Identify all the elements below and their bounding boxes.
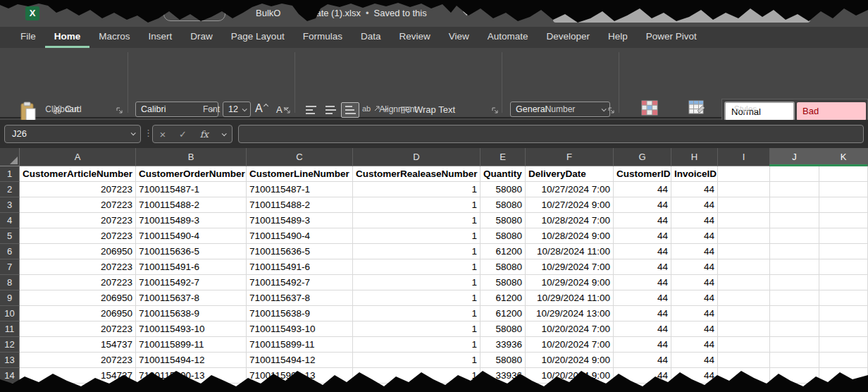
- cell-B4[interactable]: 7100115489-3: [136, 213, 247, 228]
- cell-C1[interactable]: CustomerLineNumber: [247, 166, 353, 182]
- cell-A11[interactable]: 207223: [20, 321, 136, 337]
- cell-K12[interactable]: [819, 337, 868, 353]
- name-box[interactable]: J26: [4, 125, 141, 143]
- column-header-F[interactable]: F: [526, 148, 614, 166]
- row-header-13[interactable]: 13: [0, 353, 20, 368]
- cell-H13[interactable]: 44: [671, 353, 718, 368]
- cell-B11[interactable]: 7100115493-10: [136, 321, 247, 337]
- cell-A6[interactable]: 206950: [20, 244, 136, 259]
- cell-E8[interactable]: 58080: [480, 275, 526, 290]
- cell-G6[interactable]: 44: [614, 244, 671, 259]
- cell-H9[interactable]: 44: [671, 290, 718, 306]
- tab-automate[interactable]: Automate: [478, 27, 538, 48]
- row-header-4[interactable]: 4: [0, 213, 20, 228]
- cell-C9[interactable]: 7100115637-8: [247, 290, 353, 306]
- cell-I13[interactable]: [718, 353, 770, 368]
- cell-C4[interactable]: 7100115489-3: [247, 213, 353, 228]
- cell-K14[interactable]: [819, 368, 868, 384]
- select-all-corner[interactable]: [0, 148, 20, 166]
- cell-G4[interactable]: 44: [614, 213, 671, 228]
- tab-help[interactable]: Help: [599, 27, 637, 48]
- cell-J1[interactable]: [770, 166, 819, 182]
- cell-I7[interactable]: [718, 259, 770, 275]
- cell-F4[interactable]: 10/28/2024 7:00: [526, 213, 614, 228]
- cell-F8[interactable]: 10/29/2024 9:00: [526, 275, 614, 290]
- row-header-2[interactable]: 2: [0, 182, 20, 197]
- cell-F10[interactable]: 10/29/2024 13:00: [526, 306, 614, 321]
- cell-B6[interactable]: 7100115636-5: [136, 244, 247, 259]
- cell-H6[interactable]: 44: [671, 244, 718, 259]
- title-chevron-icon[interactable]: [463, 8, 470, 16]
- cell-A12[interactable]: 154737: [20, 337, 136, 353]
- cell-J2[interactable]: [770, 182, 819, 197]
- enter-button[interactable]: ✓: [179, 129, 187, 140]
- tab-page-layout[interactable]: Page Layout: [222, 27, 294, 48]
- cell-E3[interactable]: 58080: [480, 197, 526, 213]
- tab-data[interactable]: Data: [352, 27, 390, 48]
- cell-J10[interactable]: [770, 306, 819, 321]
- cell-D1[interactable]: CustomerRealeaseNumber: [353, 166, 480, 182]
- cell-K2[interactable]: [819, 182, 868, 197]
- cell-D12[interactable]: 1: [353, 337, 480, 353]
- cell-K5[interactable]: [819, 228, 868, 244]
- cell-E6[interactable]: 61200: [480, 244, 526, 259]
- tab-view[interactable]: View: [440, 27, 478, 48]
- cell-D3[interactable]: 1: [353, 197, 480, 213]
- cell-K4[interactable]: [819, 213, 868, 228]
- cell-E7[interactable]: 58080: [480, 259, 526, 275]
- cancel-button[interactable]: ×: [159, 128, 166, 140]
- cell-F5[interactable]: 10/28/2024 9:00: [526, 228, 614, 244]
- column-header-D[interactable]: D: [353, 148, 480, 166]
- cell-E2[interactable]: 58080: [480, 182, 526, 197]
- cell-F13[interactable]: 10/20/2024 9:00: [526, 353, 614, 368]
- cell-A2[interactable]: 207223: [20, 182, 136, 197]
- cell-G8[interactable]: 44: [614, 275, 671, 290]
- cell-I9[interactable]: [718, 290, 770, 306]
- cell-G13[interactable]: 44: [614, 353, 671, 368]
- cell-E9[interactable]: 61200: [480, 290, 526, 306]
- cell-C10[interactable]: 7100115638-9: [247, 306, 353, 321]
- cell-K6[interactable]: [819, 244, 868, 259]
- tab-insert[interactable]: Insert: [140, 27, 182, 48]
- row-header-6[interactable]: 6: [0, 244, 20, 259]
- cell-D6[interactable]: 1: [353, 244, 480, 259]
- alignment-dialog-launcher[interactable]: [491, 106, 498, 114]
- cell-G5[interactable]: 44: [614, 228, 671, 244]
- cell-C12[interactable]: 7100115899-11: [247, 337, 353, 353]
- column-header-K[interactable]: K: [819, 148, 868, 166]
- cell-J14[interactable]: [770, 368, 819, 384]
- column-header-H[interactable]: H: [671, 148, 718, 166]
- cell-K8[interactable]: [819, 275, 868, 290]
- cell-H3[interactable]: 44: [671, 197, 718, 213]
- cell-F7[interactable]: 10/29/2024 7:00: [526, 259, 614, 275]
- cell-J11[interactable]: [770, 321, 819, 337]
- cell-F2[interactable]: 10/27/2024 7:00: [526, 182, 614, 197]
- column-header-J[interactable]: J: [770, 148, 819, 166]
- cell-C5[interactable]: 7100115490-4: [247, 228, 353, 244]
- cell-F14[interactable]: 10/20/2024 9:00: [526, 368, 614, 384]
- cell-C14[interactable]: 7100115900-13: [247, 368, 353, 384]
- cell-J8[interactable]: [770, 275, 819, 290]
- cell-J3[interactable]: [770, 197, 819, 213]
- row-header-14[interactable]: 14: [0, 368, 20, 384]
- cell-G3[interactable]: 44: [614, 197, 671, 213]
- cell-G14[interactable]: 44: [614, 368, 671, 384]
- cell-I4[interactable]: [718, 213, 770, 228]
- insert-function-button[interactable]: fx: [200, 129, 209, 140]
- cell-D10[interactable]: 1: [353, 306, 480, 321]
- cell-G11[interactable]: 44: [614, 321, 671, 337]
- row-header-11[interactable]: 11: [0, 321, 20, 337]
- tab-draw[interactable]: Draw: [181, 27, 222, 48]
- cell-F3[interactable]: 10/27/2024 9:00: [526, 197, 614, 213]
- cell-K10[interactable]: [819, 306, 868, 321]
- cell-F9[interactable]: 10/29/2024 11:00: [526, 290, 614, 306]
- cell-I14[interactable]: [718, 368, 770, 384]
- cell-H10[interactable]: 44: [671, 306, 718, 321]
- cell-A14[interactable]: 154737: [20, 368, 136, 384]
- cell-B12[interactable]: 7100115899-11: [136, 337, 247, 353]
- cell-H7[interactable]: 44: [671, 259, 718, 275]
- cell-D5[interactable]: 1: [353, 228, 480, 244]
- row-header-12[interactable]: 12: [0, 337, 20, 353]
- cell-G12[interactable]: 44: [614, 337, 671, 353]
- cell-I1[interactable]: [718, 166, 770, 182]
